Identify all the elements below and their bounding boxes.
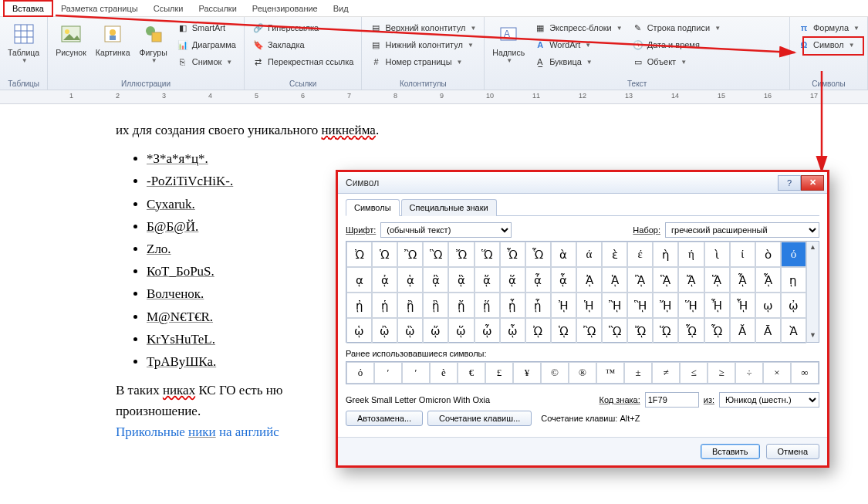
char-cell[interactable]: ᾟ	[730, 293, 755, 318]
char-cell[interactable]: Ὤ	[448, 242, 474, 267]
recent-cell[interactable]: ′	[402, 362, 430, 384]
tab-review[interactable]: Рецензирование	[245, 2, 326, 15]
hyperlink-button[interactable]: 🔗Гиперссылка	[249, 20, 357, 36]
char-cell[interactable]: ᾊ	[627, 267, 653, 293]
char-cell[interactable]: Ᾱ	[755, 318, 781, 343]
char-cell[interactable]: ὰ	[551, 242, 576, 267]
char-cell[interactable]: Ᾰ	[730, 318, 755, 343]
recent-cell[interactable]: ′	[374, 362, 402, 384]
char-cell[interactable]: Ὡ	[372, 242, 397, 267]
sigline-button[interactable]: ✎Строка подписи▼	[629, 20, 724, 36]
chart-button[interactable]: 📊Диаграмма	[174, 37, 239, 52]
char-cell[interactable]: ό	[781, 242, 806, 267]
char-cell[interactable]: ᾬ	[627, 318, 653, 343]
char-cell[interactable]: ᾂ	[423, 267, 448, 293]
char-cell[interactable]: ὶ	[704, 242, 730, 267]
recent-cell[interactable]: è	[430, 362, 458, 384]
char-cell[interactable]: Ὢ	[397, 242, 423, 267]
table-button[interactable]: Таблица ▼	[5, 20, 42, 66]
formula-button[interactable]: πФормула▼	[795, 20, 863, 36]
char-cell[interactable]: Ὰ	[781, 318, 806, 343]
char-cell[interactable]: Ὥ	[475, 242, 500, 267]
recent-cell[interactable]: ©	[541, 362, 569, 384]
char-cell[interactable]: ῳ	[755, 293, 781, 318]
font-select[interactable]: (обычный текст)	[380, 222, 512, 238]
recent-cell[interactable]: ™	[596, 362, 624, 384]
char-cell[interactable]: Ὠ	[346, 242, 372, 267]
quickparts-button[interactable]: ▦Экспресс-блоки▼	[531, 20, 626, 36]
pagenum-button[interactable]: #Номер страницы▼	[366, 54, 479, 69]
char-cell[interactable]: ᾉ	[602, 267, 627, 293]
tab-special[interactable]: Специальные знаки	[401, 199, 497, 216]
char-cell[interactable]: ᾕ	[475, 293, 500, 318]
header-button[interactable]: ▤Верхний колонтитул▼	[366, 20, 479, 36]
ruler[interactable]: 1234567891011121314151617	[0, 90, 868, 104]
recent-cell[interactable]: ®	[569, 362, 596, 384]
char-cell[interactable]: ᾑ	[372, 293, 397, 318]
char-cell[interactable]: Ὦ	[500, 242, 525, 267]
char-cell[interactable]: ὲ	[602, 242, 627, 267]
char-cell[interactable]: ᾓ	[423, 293, 448, 318]
recent-cell[interactable]: £	[485, 362, 513, 384]
tab-view[interactable]: Вид	[326, 2, 356, 15]
char-cell[interactable]: ᾠ	[781, 293, 806, 318]
tab-mailings[interactable]: Рассылки	[191, 2, 244, 15]
shapes-button[interactable]: Фигуры ▼	[136, 20, 170, 66]
char-cell[interactable]: ᾘ	[551, 293, 576, 318]
char-cell[interactable]: ᾁ	[397, 267, 423, 293]
char-cell[interactable]: ᾨ	[525, 318, 551, 343]
char-cell[interactable]: ὸ	[755, 242, 781, 267]
smartart-button[interactable]: ◧SmartArt	[174, 20, 239, 36]
char-cell[interactable]: ᾥ	[448, 318, 474, 343]
char-cell[interactable]: ᾌ	[678, 267, 704, 293]
crossref-button[interactable]: ⇄Перекрестная ссылка	[249, 54, 357, 69]
scroll-down-icon[interactable]: ▼	[809, 331, 818, 340]
char-cell[interactable]: ᾃ	[448, 267, 474, 293]
tab-insert[interactable]: Вставка	[3, 0, 53, 17]
char-cell[interactable]: ῃ	[781, 267, 806, 293]
recent-cell[interactable]: ≤	[680, 362, 708, 384]
tab-page-layout[interactable]: Разметка страницы	[53, 2, 146, 15]
char-cell[interactable]: ᾄ	[475, 267, 500, 293]
scrollbar[interactable]: ▲ ▼	[806, 242, 819, 342]
char-cell[interactable]: ᾗ	[525, 293, 551, 318]
scroll-up-icon[interactable]: ▲	[809, 243, 818, 252]
char-cell[interactable]: ᾢ	[372, 318, 397, 343]
char-cell[interactable]: ά	[576, 242, 602, 267]
charcode-input[interactable]	[645, 392, 699, 408]
dropcap-button[interactable]: A̲Буквица▼	[531, 54, 626, 69]
char-cell[interactable]: ᾐ	[346, 293, 372, 318]
char-cell[interactable]: ᾮ	[678, 318, 704, 343]
wordart-button[interactable]: AWordArt▼	[531, 37, 626, 52]
char-cell[interactable]: Ὣ	[423, 242, 448, 267]
recent-cell[interactable]: ÷	[735, 362, 763, 384]
recent-cell[interactable]: ≥	[708, 362, 735, 384]
char-cell[interactable]: ᾒ	[397, 293, 423, 318]
from-select[interactable]: Юникод (шестн.)	[719, 392, 819, 408]
symbol-button[interactable]: ΩСимвол▼	[795, 37, 863, 52]
char-cell[interactable]: ᾫ	[602, 318, 627, 343]
char-cell[interactable]: ᾔ	[448, 293, 474, 318]
char-cell[interactable]: ᾏ	[755, 267, 781, 293]
tab-symbols[interactable]: Символы	[346, 199, 400, 216]
recent-cell[interactable]: €	[458, 362, 485, 384]
char-cell[interactable]: ᾤ	[423, 318, 448, 343]
char-cell[interactable]: ᾈ	[576, 267, 602, 293]
char-cell[interactable]: ὴ	[653, 242, 678, 267]
clipart-button[interactable]: Картинка	[93, 20, 133, 59]
char-cell[interactable]: ᾝ	[678, 293, 704, 318]
insert-button[interactable]: Вставить	[701, 444, 760, 459]
screenshot-button[interactable]: ⎘Снимок▼	[174, 54, 239, 69]
help-button[interactable]: ?	[778, 175, 801, 191]
recent-cell[interactable]: ∞	[791, 362, 819, 384]
char-cell[interactable]: ᾍ	[704, 267, 730, 293]
char-cell[interactable]: ᾀ	[372, 267, 397, 293]
datetime-button[interactable]: 🕔Дата и время	[629, 37, 724, 52]
recent-cell[interactable]: ¥	[513, 362, 541, 384]
char-cell[interactable]: ᾇ	[551, 267, 576, 293]
footer-button[interactable]: ▤Нижний колонтитул▼	[366, 37, 479, 52]
char-cell[interactable]: ί	[730, 242, 755, 267]
char-cell[interactable]: ᾋ	[653, 267, 678, 293]
char-cell[interactable]: ᾛ	[627, 293, 653, 318]
char-cell[interactable]: ᾆ	[525, 267, 551, 293]
